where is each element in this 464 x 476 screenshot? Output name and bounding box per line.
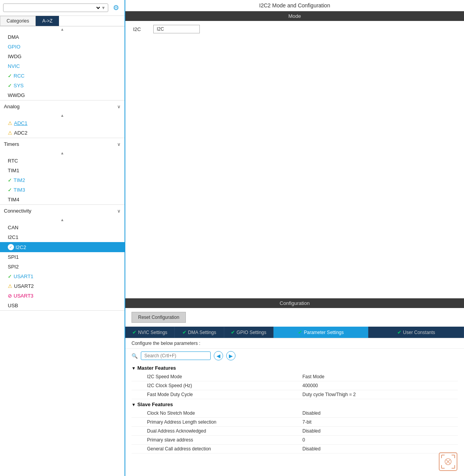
- tab-user-constants[interactable]: ✔ User Constants: [369, 327, 464, 338]
- gear-icon[interactable]: ⚙: [111, 2, 121, 13]
- sidebar-item-usart1[interactable]: ✓ USART1: [0, 272, 125, 281]
- i2c2-check-icon: ✓: [8, 244, 14, 250]
- sidebar-item-can[interactable]: CAN: [0, 223, 125, 232]
- next-nav-button[interactable]: ▶: [226, 351, 235, 360]
- sidebar-item-tim2[interactable]: ✓ TIM2: [0, 175, 125, 185]
- param-name-dual-addr-ack: Dual Address Acknowledged: [147, 428, 303, 434]
- table-row: Dual Address Acknowledged Disabled: [132, 427, 458, 436]
- mode-row: I2C I2C: [133, 25, 456, 33]
- param-value-clock-no-stretch: Disabled: [303, 410, 458, 416]
- param-value-i2c-speed-mode: Fast Mode: [303, 374, 458, 379]
- sidebar-item-spi1[interactable]: SPI1: [0, 252, 125, 262]
- watermark-icon: [438, 452, 458, 471]
- section-connectivity: Connectivity ∨ ▲ CAN I2C1 ✓ I2C2 SPI1 SP…: [0, 205, 125, 311]
- sidebar-item-gpio[interactable]: GPIO: [0, 42, 125, 52]
- i2c-mode-label: I2C: [133, 26, 149, 32]
- nvic-label: NVIC: [8, 63, 20, 69]
- table-row: I2C Clock Speed (Hz) 400000: [132, 381, 458, 390]
- gpio-label: GPIO: [8, 44, 21, 50]
- params-header: Configure the below parameters :: [125, 338, 464, 349]
- sidebar-item-rtc[interactable]: RTC: [0, 156, 125, 166]
- reset-config-button[interactable]: Reset Configuration: [132, 312, 186, 323]
- user-tab-check: ✔: [397, 329, 402, 335]
- nvic-tab-label: NVIC Settings: [138, 330, 167, 335]
- table-row: Fast Mode Duty Cycle Duty cycle Tlow/Thi…: [132, 390, 458, 399]
- scroll-up-timers: ▲: [0, 150, 125, 156]
- search-icon: 🔍: [132, 353, 138, 359]
- sidebar-item-rcc[interactable]: ✓RCC: [0, 71, 125, 81]
- tab-dma-settings[interactable]: ✔ DMA Settings: [175, 327, 224, 338]
- config-tabs: ✔ NVIC Settings ✔ DMA Settings ✔ GPIO Se…: [125, 327, 464, 338]
- timers-header[interactable]: Timers ∨: [0, 138, 125, 150]
- sidebar-item-usart2[interactable]: ⚠ USART2: [0, 281, 125, 291]
- sidebar-item-usart3[interactable]: ⊘ USART3: [0, 291, 125, 301]
- tim4-label: TIM4: [8, 197, 19, 203]
- param-search-input[interactable]: [141, 351, 211, 360]
- sidebar-item-i2c1[interactable]: I2C1: [0, 232, 125, 242]
- i2c2-label: I2C2: [16, 244, 26, 250]
- param-value-fast-mode-duty: Duty cycle Tlow/Thigh = 2: [303, 392, 458, 397]
- sidebar-item-sys[interactable]: ✓SYS: [0, 81, 125, 90]
- mode-bar: Mode: [125, 11, 464, 21]
- dma-tab-check: ✔: [182, 329, 187, 335]
- sidebar-item-usb[interactable]: USB: [0, 301, 125, 310]
- tab-az[interactable]: A->Z: [36, 16, 59, 26]
- tab-categories[interactable]: Categories: [0, 16, 36, 26]
- param-tab-label: Parameter Settings: [304, 330, 344, 335]
- sidebar-item-adc1[interactable]: ⚠ ADC1: [0, 118, 125, 128]
- sidebar-item-tim4[interactable]: TIM4: [0, 195, 125, 204]
- sidebar-item-dma[interactable]: DMA: [0, 32, 125, 42]
- usart3-label: USART3: [14, 293, 33, 299]
- param-value-primary-slave-addr: 0: [303, 437, 458, 443]
- gpio-tab-check: ✔: [231, 329, 235, 335]
- watermark: [438, 452, 458, 471]
- param-value-i2c-clock-speed: 400000: [303, 383, 458, 388]
- tab-parameter-settings[interactable]: ✔ Parameter Settings: [274, 327, 369, 338]
- tim3-label: TIM3: [14, 187, 25, 193]
- analog-header[interactable]: Analog ∨: [0, 100, 125, 113]
- tim2-check: ✓: [8, 177, 12, 183]
- sidebar-top: ▼ ⚙: [0, 0, 125, 16]
- params-table: ▼ Master Features I2C Speed Mode Fast Mo…: [125, 363, 464, 453]
- master-chevron: ▼: [132, 366, 136, 370]
- sidebar-search-box[interactable]: ▼: [3, 3, 108, 12]
- sidebar-item-adc2[interactable]: ⚠ ADC2: [0, 128, 125, 138]
- scroll-up-connectivity: ▲: [0, 217, 125, 223]
- analog-chevron: ∨: [117, 104, 121, 109]
- sidebar-item-spi2[interactable]: SPI2: [0, 262, 125, 272]
- tim2-label: TIM2: [14, 177, 25, 183]
- mode-section: I2C I2C: [125, 21, 464, 52]
- i2c-mode-value[interactable]: I2C: [153, 25, 200, 33]
- slave-features-label: Slave Features: [137, 402, 173, 407]
- master-features-label: Master Features: [137, 365, 176, 371]
- sidebar-search-select[interactable]: [6, 5, 101, 11]
- sidebar-item-tim3[interactable]: ✓ TIM3: [0, 185, 125, 195]
- sidebar-item-tim1[interactable]: TIM1: [0, 166, 125, 175]
- rtc-label: RTC: [8, 158, 18, 164]
- usart1-check: ✓: [8, 273, 12, 279]
- nvic-tab-check: ✔: [132, 329, 137, 335]
- connectivity-header[interactable]: Connectivity ∨: [0, 205, 125, 217]
- sidebar-item-wwdg[interactable]: WWDG: [0, 90, 125, 100]
- param-tab-check: ✔: [298, 329, 302, 335]
- sidebar-content: ▲ DMA GPIO IWDG NVIC ✓RCC ✓SYS WWDG Anal…: [0, 26, 125, 476]
- sidebar-item-i2c2[interactable]: ✓ I2C2: [0, 242, 125, 252]
- prev-nav-button[interactable]: ◀: [214, 351, 223, 360]
- tab-gpio-settings[interactable]: ✔ GPIO Settings: [224, 327, 274, 338]
- iwdg-label: IWDG: [8, 54, 21, 59]
- sidebar-item-iwdg[interactable]: IWDG: [0, 52, 125, 61]
- group-slave-features[interactable]: ▼ Slave Features: [132, 399, 458, 409]
- i2c1-label: I2C1: [8, 234, 18, 240]
- param-value-primary-addr-len: 7-bit: [303, 419, 458, 425]
- tab-nvic-settings[interactable]: ✔ NVIC Settings: [125, 327, 175, 338]
- group-master-features[interactable]: ▼ Master Features: [132, 363, 458, 372]
- slave-chevron: ▼: [132, 402, 136, 407]
- usb-label: USB: [8, 303, 18, 308]
- sidebar-item-nvic[interactable]: NVIC: [0, 61, 125, 71]
- config-section: Configuration Reset Configuration ✔ NVIC…: [125, 298, 464, 453]
- spi2-label: SPI2: [8, 264, 19, 270]
- param-name-general-call-addr: General Call address detection: [147, 446, 303, 452]
- section-timers: Timers ∨ ▲ RTC TIM1 ✓ TIM2 ✓ TIM3 TIM4: [0, 138, 125, 205]
- param-name-i2c-speed-mode: I2C Speed Mode: [147, 374, 303, 379]
- usart1-label: USART1: [14, 273, 33, 279]
